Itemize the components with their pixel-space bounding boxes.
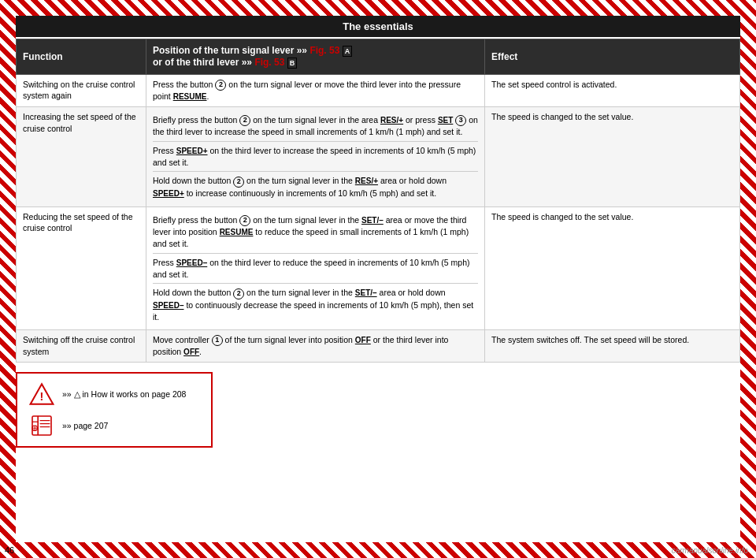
header-effect: Effect [485,39,740,75]
header-position: Position of the turn signal lever »» Fig… [146,39,485,75]
title-text: The essentials [343,20,413,32]
position-cell: Press the button 2 on the turn signal le… [146,74,485,106]
function-cell: Increasing the set speed of the cruise c… [17,106,146,206]
table-row: Switching off the cruise control system … [17,330,740,363]
warning-note-text: »» △ in How it works on page 208 [62,389,186,400]
main-table: Function Position of the turn signal lev… [16,39,740,363]
position-cell: Move controller 1 of the turn signal lev… [146,330,485,363]
watermark: carmanualsonline.info [672,546,748,555]
book-note-text: »» page 207 [62,420,108,432]
svg-text:!: ! [40,390,44,403]
table-row: Switching on the cruise control system a… [17,74,740,106]
position-cell: Briefly press the button 2 on the turn s… [146,206,485,330]
book-note-row: »» page 207 [29,413,199,438]
header-function: Function [17,39,146,75]
effect-cell: The system switches off. The set speed w… [485,330,740,363]
page-title: The essentials [16,16,740,37]
table-row: Reducing the set speed of the cruise con… [17,206,740,330]
effect-cell: The set speed control is activated. [485,74,740,106]
page-number: 46 [5,545,14,555]
function-cell: Switching off the cruise control system [17,330,146,363]
warning-icon: ! [29,381,54,407]
position-cell: Briefly press the button 2 on the turn s… [146,106,485,206]
table-row: Increasing the set speed of the cruise c… [17,106,740,206]
function-cell: Reducing the set speed of the cruise con… [17,206,146,330]
book-icon [29,413,54,438]
function-cell: Switching on the cruise control system a… [17,74,146,106]
warning-note-row: ! »» △ in How it works on page 208 [29,381,199,407]
effect-cell: The speed is changed to the set value. [485,206,740,330]
page-content: The essentials Function Position of the … [16,16,740,542]
note-box: ! »» △ in How it works on page 208 »» pa… [16,372,213,448]
effect-cell: The speed is changed to the set value. [485,106,740,206]
